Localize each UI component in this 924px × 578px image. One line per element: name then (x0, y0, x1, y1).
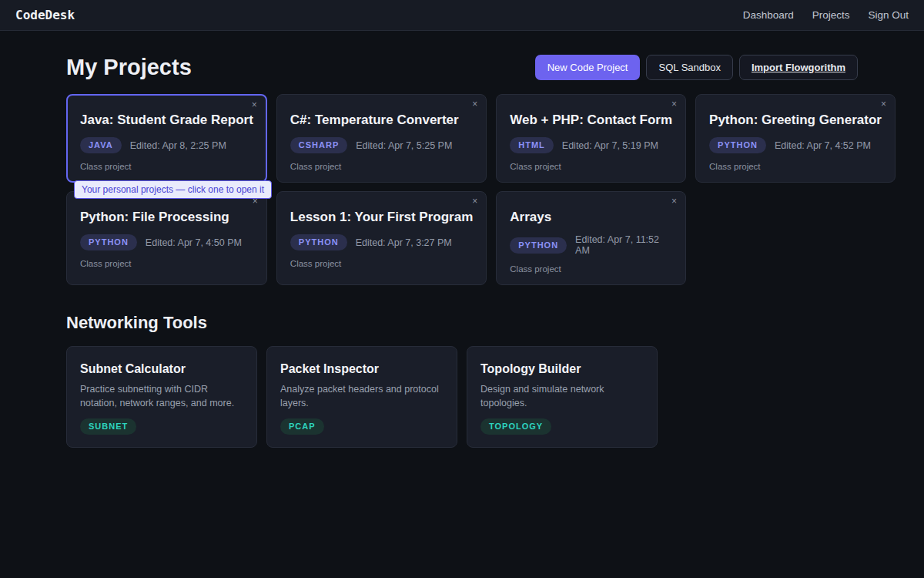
brand-logo[interactable]: CodeDesk (15, 8, 75, 22)
page-title: My Projects (66, 55, 192, 80)
close-icon[interactable]: × (881, 99, 886, 109)
edited-timestamp: Edited: Apr 7, 5:25 PM (356, 140, 452, 151)
project-title: Web + PHP: Contact Form (510, 113, 672, 128)
tool-card[interactable]: Packet Inspector Analyze packet headers … (266, 346, 457, 448)
header-row: My Projects New Code Project SQL Sandbox… (66, 55, 858, 80)
edited-timestamp: Edited: Apr 7, 11:52 AM (575, 234, 672, 256)
project-card[interactable]: × Java: Student Grade Report JAVA Edited… (66, 94, 267, 183)
nav-links: Dashboard Projects Sign Out (743, 9, 909, 21)
language-badge: JAVA (80, 137, 122, 153)
project-card[interactable]: × Arrays PYTHON Edited: Apr 7, 11:52 AM … (496, 191, 686, 285)
sql-sandbox-button[interactable]: SQL Sandbox (646, 55, 732, 80)
project-meta-row: PYTHON Edited: Apr 7, 3:27 PM (290, 234, 473, 250)
nav-link[interactable]: Projects (812, 9, 850, 21)
tool-description: Design and simulate network topologies. (480, 383, 644, 410)
tool-title: Packet Inspector (280, 362, 444, 376)
tool-badge: TOPOLOGY (480, 418, 551, 435)
edited-timestamp: Edited: Apr 7, 4:50 PM (146, 237, 242, 248)
edited-timestamp: Edited: Apr 8, 2:25 PM (130, 140, 226, 151)
header-buttons: New Code Project SQL Sandbox Import Flow… (535, 55, 858, 80)
project-card[interactable]: × Lesson 1: Your First Program PYTHON Ed… (276, 191, 487, 285)
language-badge: HTML (510, 137, 554, 153)
project-note: Class project (80, 259, 253, 268)
close-icon[interactable]: × (472, 99, 477, 109)
project-title: Lesson 1: Your First Program (290, 210, 473, 225)
close-icon[interactable]: × (671, 99, 677, 109)
language-badge: CSHARP (290, 137, 347, 153)
main-content: My Projects New Code Project SQL Sandbox… (66, 55, 858, 448)
project-note: Class project (510, 162, 672, 171)
project-note: Class project (290, 259, 473, 268)
project-meta-row: PYTHON Edited: Apr 7, 4:52 PM (709, 137, 882, 153)
projects-grid: Your personal projects — click one to op… (66, 94, 858, 285)
close-icon[interactable]: × (671, 197, 677, 206)
tool-description: Practice subnetting with CIDR notation, … (80, 383, 243, 410)
project-meta-row: PYTHON Edited: Apr 7, 4:50 PM (80, 234, 253, 250)
language-badge: PYTHON (290, 234, 347, 250)
project-meta-row: PYTHON Edited: Apr 7, 11:52 AM (510, 234, 672, 256)
tool-badge: SUBNET (80, 418, 136, 435)
project-title: Java: Student Grade Report (80, 113, 253, 128)
project-meta-row: CSHARP Edited: Apr 7, 5:25 PM (290, 137, 473, 153)
project-card[interactable]: × Python: File Processing PYTHON Edited:… (66, 191, 267, 285)
new-code-project-button[interactable]: New Code Project (535, 55, 641, 80)
close-icon[interactable]: × (472, 197, 477, 206)
project-note: Class project (290, 162, 473, 171)
nav-link[interactable]: Dashboard (743, 9, 794, 21)
nav-link[interactable]: Sign Out (868, 9, 909, 21)
project-card[interactable]: × Web + PHP: Contact Form HTML Edited: A… (496, 94, 686, 183)
edited-timestamp: Edited: Apr 7, 3:27 PM (356, 237, 452, 248)
language-badge: PYTHON (709, 137, 766, 153)
tool-title: Topology Builder (480, 362, 644, 376)
project-card[interactable]: × Python: Greeting Generator PYTHON Edit… (695, 94, 896, 183)
project-note: Class project (709, 162, 882, 171)
tool-card[interactable]: Subnet Calculator Practice subnetting wi… (66, 346, 257, 448)
project-title: C#: Temperature Converter (290, 113, 473, 128)
project-title: Arrays (510, 210, 672, 225)
language-badge: PYTHON (80, 234, 137, 250)
tool-badge: PCAP (280, 418, 324, 435)
tool-description: Analyze packet headers and protocol laye… (280, 383, 444, 410)
project-title: Python: Greeting Generator (709, 113, 882, 128)
tool-title: Subnet Calculator (80, 362, 243, 376)
project-note: Class project (80, 162, 253, 171)
project-meta-row: JAVA Edited: Apr 8, 2:25 PM (80, 137, 253, 153)
project-meta-row: HTML Edited: Apr 7, 5:19 PM (510, 137, 672, 153)
edited-timestamp: Edited: Apr 7, 5:19 PM (562, 140, 658, 151)
tools-grid: Subnet Calculator Practice subnetting wi… (66, 346, 858, 448)
project-note: Class project (510, 264, 672, 274)
language-badge: PYTHON (510, 237, 567, 254)
project-card[interactable]: × C#: Temperature Converter CSHARP Edite… (276, 94, 487, 183)
import-flowgorithm-button[interactable]: Import Flowgorithm (739, 55, 858, 80)
edited-timestamp: Edited: Apr 7, 4:52 PM (775, 140, 871, 151)
top-nav: CodeDesk Dashboard Projects Sign Out (0, 0, 924, 31)
close-icon[interactable]: × (252, 100, 257, 109)
project-title: Python: File Processing (80, 210, 253, 225)
networking-tools-title: Networking Tools (66, 313, 858, 333)
projects-tooltip: Your personal projects — click one to op… (74, 180, 272, 199)
tool-card[interactable]: Topology Builder Design and simulate net… (467, 346, 658, 448)
